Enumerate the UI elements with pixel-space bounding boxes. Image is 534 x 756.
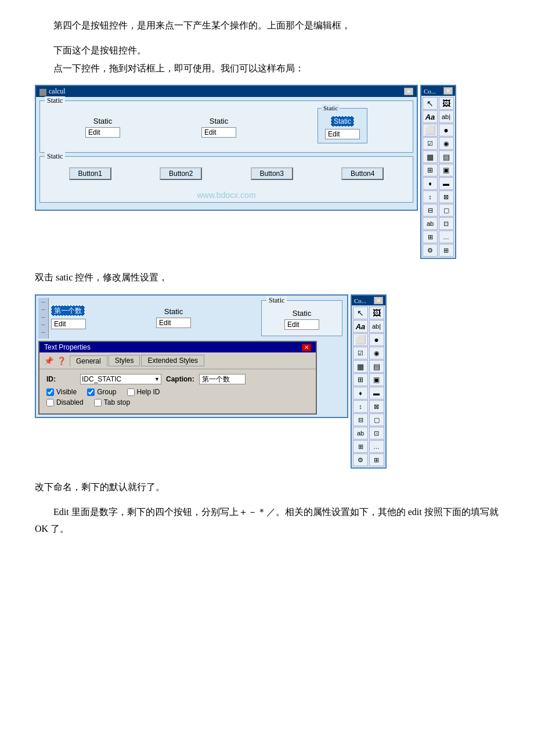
tool2-list[interactable]: ▣	[369, 373, 384, 386]
tool-gear[interactable]: ⚙	[423, 244, 438, 257]
tool-pointer[interactable]: ↖	[423, 97, 438, 110]
props-id-value: IDC_STATIC	[82, 375, 121, 383]
tool2-static[interactable]: ab	[353, 427, 368, 440]
props-id-dropdown[interactable]: IDC_STATIC ▼	[80, 374, 161, 384]
tool-img2[interactable]: ⊠	[439, 190, 454, 203]
tool-prog[interactable]: …	[439, 231, 454, 243]
group-inner-legend: Static	[322, 105, 340, 111]
edit-col1[interactable]	[85, 127, 120, 138]
group-d2-right: Static Static	[261, 300, 342, 336]
tool2-box[interactable]: ⬜	[353, 333, 368, 346]
button-2[interactable]: Button2	[160, 167, 202, 180]
tool-scroll[interactable]: ↕	[423, 190, 438, 203]
tool2-radio[interactable]: ◉	[369, 347, 384, 359]
tool-tree[interactable]: ⊟	[423, 204, 438, 217]
tool-spin[interactable]: ♦	[423, 177, 438, 190]
button-4[interactable]: Button4	[341, 167, 384, 180]
group-check-input[interactable]	[87, 388, 95, 396]
tool-tab[interactable]: ⊞	[423, 231, 438, 243]
visible-checkbox[interactable]: Visible	[46, 388, 77, 396]
group-checkbox[interactable]: Group	[87, 388, 116, 396]
props-id-row: ID: IDC_STATIC ▼ Caption:	[46, 374, 309, 384]
tool-Aa[interactable]: Aa	[423, 110, 438, 123]
tool2-abl[interactable]: ab|	[369, 320, 384, 333]
text-props-tabs: General Styles Extended Styles	[70, 355, 204, 366]
button-3[interactable]: Button3	[251, 167, 293, 180]
tool-circle[interactable]: ●	[439, 124, 454, 136]
tool2-check[interactable]: ☑	[353, 347, 368, 359]
edit-d2-r1[interactable]	[284, 319, 319, 330]
tool-check[interactable]: ☑	[423, 137, 438, 150]
tool2-spin[interactable]: ♦	[353, 387, 368, 399]
toolbar-pin[interactable]: 📌	[44, 357, 53, 365]
disabled-check-input[interactable]	[46, 399, 54, 406]
paragraph-4: 双击 satic 控件，修改属性设置，	[35, 269, 499, 286]
caption-input[interactable]	[199, 374, 246, 384]
helpid-check-input[interactable]	[127, 388, 135, 396]
tabstop-check-input[interactable]	[94, 399, 102, 406]
tool-listbox2[interactable]: ▤	[439, 150, 454, 163]
button-1[interactable]: Button1	[69, 167, 111, 180]
tool2-tab[interactable]: ⊞	[353, 440, 368, 453]
tool2-img1[interactable]: 🖼	[369, 307, 384, 319]
tool-img3[interactable]: ⊡	[439, 217, 454, 230]
text-props-title-label: Text Properties	[44, 343, 91, 351]
tool-radio[interactable]: ◉	[439, 137, 454, 150]
dialog-1-body: Static Static Static Stati	[36, 97, 417, 210]
tool-slider[interactable]: ▬	[439, 177, 454, 190]
tool-static[interactable]: ab	[423, 217, 438, 230]
tool-box[interactable]: ⬜	[423, 124, 438, 136]
toolbox-title-1: Co... ✕	[421, 86, 455, 96]
dialog-1-close[interactable]: ✕	[404, 88, 413, 95]
text-props-toolbar: 📌 ❓ General Styles Extended Styles	[39, 352, 316, 369]
tool-list[interactable]: ▣	[439, 164, 454, 177]
tool2-circle[interactable]: ●	[369, 333, 384, 346]
tool-img1[interactable]: 🖼	[439, 97, 454, 110]
tool2-scroll[interactable]: ↕	[353, 400, 368, 413]
tool-custom[interactable]: ⊞	[439, 244, 454, 257]
group-d2-legend: Static	[266, 296, 287, 305]
helpid-checkbox[interactable]: Help ID	[127, 388, 160, 396]
tool2-Aa[interactable]: Aa	[353, 320, 368, 333]
tool2-list2[interactable]: ▢	[369, 413, 384, 426]
tool2-combo[interactable]: ⊞	[353, 373, 368, 386]
visible-check-input[interactable]	[46, 388, 54, 396]
dialog-2-content: 第一个数 Static Static	[51, 300, 342, 336]
toolbox-close-2[interactable]: ✕	[374, 297, 383, 304]
tool2-custom[interactable]: ⊞	[369, 453, 384, 466]
toolbox-close-1[interactable]: ✕	[443, 87, 453, 95]
dialog-2-top: ─ ─ ─ ─ ─ 第一个数	[38, 298, 345, 339]
edit-col3[interactable]	[325, 129, 360, 139]
paragraph-1: 第四个是按钮控件，是用来点一下产生某个操作的。上面那个是编辑框，	[35, 17, 499, 34]
tool-combo[interactable]: ⊞	[423, 164, 438, 177]
edit-col2[interactable]	[201, 127, 236, 138]
edit-d2-1[interactable]	[51, 319, 86, 329]
edit-d2-2[interactable]	[156, 318, 191, 328]
group-row-top: Static Static Static Static	[45, 108, 408, 143]
tab-general[interactable]: General	[70, 355, 107, 366]
tool2-pointer[interactable]: ↖	[353, 307, 368, 319]
col3-static-row: Static	[325, 116, 360, 126]
dialog-1-titlebar: calcul ✕	[36, 86, 417, 97]
props-id-label: ID:	[46, 375, 75, 383]
tab-extended[interactable]: Extended Styles	[141, 355, 204, 366]
tool2-slider[interactable]: ▬	[369, 387, 384, 399]
tool-abl[interactable]: ab|	[439, 110, 454, 123]
tool2-img2[interactable]: ⊠	[369, 400, 384, 413]
toolbar-help[interactable]: ❓	[57, 357, 66, 365]
d2-right-col: Static	[266, 309, 337, 330]
tool2-prog[interactable]: …	[369, 440, 384, 453]
text-props-close[interactable]: ✕	[302, 344, 311, 351]
disabled-checkbox[interactable]: Disabled	[46, 398, 84, 406]
d2-right-edit1-row	[266, 319, 337, 330]
tool2-gear[interactable]: ⚙	[353, 453, 368, 466]
tool-listbox1[interactable]: ▦	[423, 150, 438, 163]
tool2-listbox1[interactable]: ▦	[353, 360, 368, 373]
tab-styles[interactable]: Styles	[109, 355, 140, 366]
tool2-tree[interactable]: ⊟	[353, 413, 368, 426]
tool-list2[interactable]: ▢	[439, 204, 454, 217]
tool2-img3[interactable]: ⊡	[369, 427, 384, 440]
diagram-2-wrapper: ─ ─ ─ ─ ─ 第一个数	[35, 294, 499, 469]
tabstop-checkbox[interactable]: Tab stop	[94, 398, 130, 406]
tool2-listbox2[interactable]: ▤	[369, 360, 384, 373]
